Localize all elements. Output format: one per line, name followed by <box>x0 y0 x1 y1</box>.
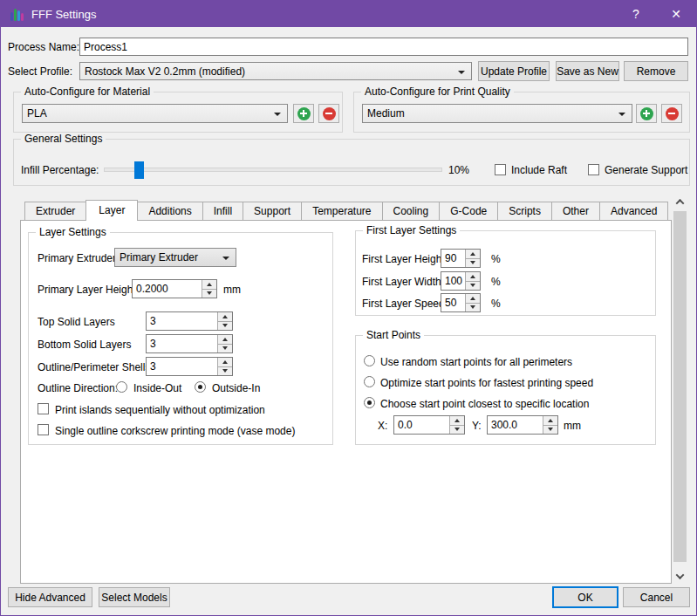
optimize-start-points-radio[interactable] <box>364 376 375 387</box>
spin-down-icon[interactable] <box>450 426 464 435</box>
tab-gcode[interactable]: G-Code <box>439 202 498 220</box>
cancel-button[interactable]: Cancel <box>623 587 690 607</box>
title-bar: FFF Settings ? ✕ <box>1 1 696 27</box>
vase-mode-checkbox[interactable] <box>38 424 49 435</box>
perimeter-shells-label: Outline/Perimeter Shells <box>38 361 150 373</box>
tab-layer[interactable]: Layer <box>85 200 138 221</box>
spin-down-icon[interactable] <box>202 290 216 298</box>
outline-direction-label: Outline Direction: <box>38 382 118 394</box>
quality-group-title: Auto-Configure for Print Quality <box>361 86 514 98</box>
spin-up-icon[interactable] <box>466 294 480 304</box>
perimeter-shells-spinner[interactable]: 3 <box>146 357 233 376</box>
spin-up-icon[interactable] <box>450 416 464 426</box>
tab-additions[interactable]: Additions <box>137 202 202 220</box>
general-settings-groupbox: General Settings Infill Percentage: 10% … <box>13 139 690 186</box>
help-button[interactable]: ? <box>616 1 656 27</box>
inside-out-radio[interactable] <box>116 381 127 393</box>
primary-layer-height-unit: mm <box>223 284 241 296</box>
start-y-spinner[interactable]: 300.0 <box>487 415 558 435</box>
ok-button[interactable]: OK <box>552 586 618 608</box>
profile-dropdown[interactable]: Rostock Max V2 0.2mm (modified) <box>79 62 472 80</box>
hide-advanced-button[interactable]: Hide Advanced <box>8 587 92 607</box>
random-start-points-radio[interactable] <box>364 355 375 366</box>
spin-down-icon[interactable] <box>218 322 232 331</box>
layer-settings-title: Layer Settings <box>36 226 110 238</box>
select-profile-label: Select Profile: <box>8 65 72 78</box>
remove-icon <box>666 107 679 120</box>
start-x-label: X: <box>378 420 387 432</box>
spin-up-icon[interactable] <box>466 250 480 259</box>
include-raft-label: Include Raft <box>511 164 567 176</box>
material-dropdown[interactable]: PLA <box>22 104 288 123</box>
spin-up-icon[interactable] <box>218 312 232 322</box>
spin-up-icon[interactable] <box>218 358 232 367</box>
select-models-button[interactable]: Select Models <box>99 587 170 607</box>
spin-down-icon[interactable] <box>218 345 232 353</box>
random-start-points-label: Use random start points for all perimete… <box>380 356 572 368</box>
spin-down-icon[interactable] <box>466 304 480 312</box>
tab-scripts[interactable]: Scripts <box>497 202 552 220</box>
start-points-groupbox: Start Points Use random start points for… <box>355 335 656 445</box>
tab-temperature[interactable]: Temperature <box>301 202 382 220</box>
generate-support-label: Generate Support <box>605 164 687 176</box>
remove-quality-button[interactable] <box>661 104 682 123</box>
specific-location-radio[interactable] <box>364 397 375 408</box>
close-icon[interactable]: ✕ <box>656 1 696 27</box>
add-material-button[interactable] <box>293 104 314 123</box>
add-quality-button[interactable] <box>636 104 657 123</box>
general-settings-title: General Settings <box>21 133 106 145</box>
first-layer-speed-spinner[interactable]: 50 <box>441 293 481 312</box>
spin-down-icon[interactable] <box>218 367 232 376</box>
tab-cooling[interactable]: Cooling <box>382 202 441 220</box>
inside-out-label: Inside-Out <box>133 382 181 394</box>
primary-extruder-dropdown[interactable]: Primary Extruder <box>114 248 236 267</box>
spin-up-icon[interactable] <box>218 335 232 345</box>
update-profile-button[interactable]: Update Profile <box>478 61 550 81</box>
remove-material-button[interactable] <box>318 104 339 123</box>
vertical-scrollbar[interactable] <box>673 195 687 584</box>
layer-tab-panel: Layer Settings Primary Extruder Primary … <box>20 220 672 584</box>
primary-layer-height-spinner[interactable]: 0.2000 <box>132 279 217 298</box>
spin-up-icon[interactable] <box>202 280 216 290</box>
remove-button[interactable]: Remove <box>624 61 688 81</box>
settings-tab-bar: Extruder Layer Additions Infill Support … <box>24 200 667 221</box>
tab-infill[interactable]: Infill <box>202 202 243 220</box>
tab-support[interactable]: Support <box>243 202 302 220</box>
start-x-spinner[interactable]: 0.0 <box>393 415 465 435</box>
spin-down-icon[interactable] <box>543 426 557 435</box>
first-layer-title: First Layer Settings <box>363 224 460 236</box>
scroll-down-icon[interactable] <box>673 569 687 584</box>
bottom-solid-layers-label: Bottom Solid Layers <box>38 339 131 351</box>
print-islands-checkbox[interactable] <box>38 403 49 414</box>
spin-up-icon[interactable] <box>543 416 557 426</box>
add-icon <box>640 107 653 120</box>
first-layer-speed-unit: % <box>491 298 501 310</box>
save-as-new-button[interactable]: Save as New <box>556 61 619 81</box>
print-islands-label: Print islands sequentially without optim… <box>55 404 265 416</box>
optimize-start-points-label: Optimize start points for fastest printi… <box>380 377 593 389</box>
top-solid-layers-spinner[interactable]: 3 <box>146 311 233 331</box>
infill-slider[interactable] <box>104 168 442 172</box>
tab-advanced[interactable]: Advanced <box>599 202 668 220</box>
material-group-title: Auto-Configure for Material <box>21 86 154 98</box>
include-raft-checkbox[interactable] <box>495 164 506 175</box>
outside-in-label: Outside-In <box>212 382 260 394</box>
first-layer-height-spinner[interactable]: 90 <box>441 249 481 268</box>
start-points-title: Start Points <box>363 329 424 341</box>
process-name-input[interactable] <box>79 38 688 56</box>
chevron-down-icon <box>618 113 625 116</box>
spin-up-icon[interactable] <box>466 272 480 282</box>
outside-in-radio[interactable] <box>195 381 206 393</box>
generate-support-checkbox[interactable] <box>588 164 599 175</box>
scrollbar-thumb[interactable] <box>673 211 687 562</box>
scroll-up-icon[interactable] <box>673 195 687 209</box>
first-layer-width-spinner[interactable]: 100 <box>441 271 481 291</box>
quality-dropdown[interactable]: Medium <box>362 104 632 123</box>
spin-down-icon[interactable] <box>466 259 480 268</box>
tab-extruder[interactable]: Extruder <box>24 202 86 220</box>
spin-down-icon[interactable] <box>466 282 480 291</box>
infill-slider-handle[interactable] <box>134 161 144 179</box>
bottom-solid-layers-spinner[interactable]: 3 <box>146 334 233 353</box>
chevron-down-icon <box>222 257 229 260</box>
tab-other[interactable]: Other <box>551 202 600 220</box>
